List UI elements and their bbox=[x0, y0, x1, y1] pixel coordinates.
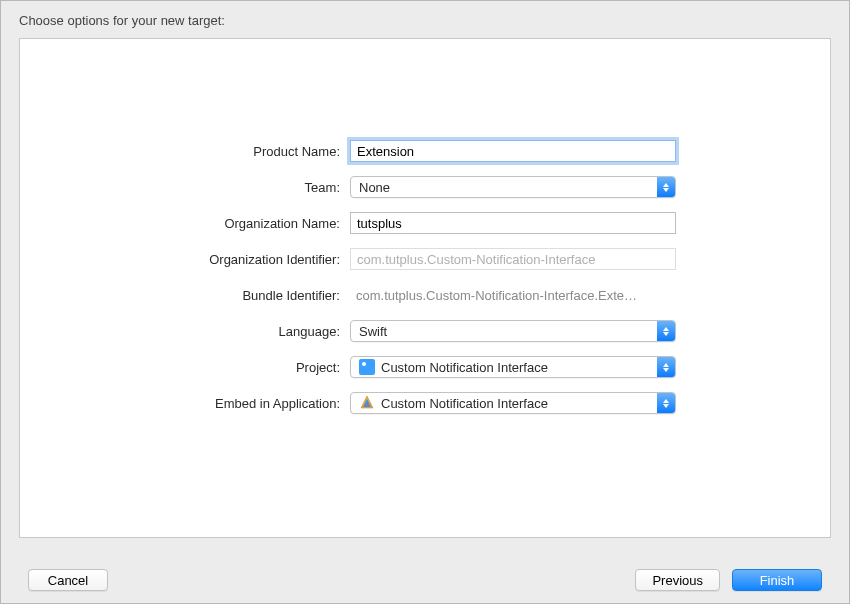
row-org-name: Organization Name: bbox=[20, 211, 830, 235]
label-team: Team: bbox=[20, 180, 350, 195]
footer: Cancel Previous Finish bbox=[0, 556, 850, 604]
label-embed-in: Embed in Application: bbox=[20, 396, 350, 411]
updown-arrows-icon bbox=[657, 321, 675, 341]
language-popup[interactable]: Swift bbox=[350, 320, 676, 342]
label-org-identifier: Organization Identifier: bbox=[20, 252, 350, 267]
updown-arrows-icon bbox=[657, 177, 675, 197]
row-bundle-identifier: Bundle Identifier: com.tutplus.Custom-No… bbox=[20, 283, 830, 307]
label-product-name: Product Name: bbox=[20, 144, 350, 159]
row-embed-in: Embed in Application: Custom Notificatio… bbox=[20, 391, 830, 415]
row-org-identifier: Organization Identifier: bbox=[20, 247, 830, 271]
label-language: Language: bbox=[20, 324, 350, 339]
label-project: Project: bbox=[20, 360, 350, 375]
org-name-input[interactable] bbox=[350, 212, 676, 234]
language-value: Swift bbox=[359, 324, 675, 339]
org-identifier-input bbox=[350, 248, 676, 270]
application-icon bbox=[359, 395, 375, 411]
bundle-identifier-value: com.tutplus.Custom-Notification-Interfac… bbox=[350, 285, 676, 306]
row-product-name: Product Name: bbox=[20, 139, 830, 163]
xcode-project-icon bbox=[359, 359, 375, 375]
row-language: Language: Swift bbox=[20, 319, 830, 343]
row-team: Team: None bbox=[20, 175, 830, 199]
sheet-header: Choose options for your new target: bbox=[1, 1, 849, 38]
embed-in-value: Custom Notification Interface bbox=[381, 396, 675, 411]
label-org-name: Organization Name: bbox=[20, 216, 350, 231]
team-value: None bbox=[359, 180, 675, 195]
product-name-input[interactable] bbox=[350, 140, 676, 162]
row-project: Project: Custom Notification Interface bbox=[20, 355, 830, 379]
project-value: Custom Notification Interface bbox=[381, 360, 675, 375]
cancel-button[interactable]: Cancel bbox=[28, 569, 108, 591]
embed-in-popup[interactable]: Custom Notification Interface bbox=[350, 392, 676, 414]
form-area: Product Name: Team: None Organization Na… bbox=[20, 139, 830, 427]
label-bundle-identifier: Bundle Identifier: bbox=[20, 288, 350, 303]
updown-arrows-icon bbox=[657, 357, 675, 377]
previous-button[interactable]: Previous bbox=[635, 569, 720, 591]
updown-arrows-icon bbox=[657, 393, 675, 413]
finish-button[interactable]: Finish bbox=[732, 569, 822, 591]
team-popup[interactable]: None bbox=[350, 176, 676, 198]
project-popup[interactable]: Custom Notification Interface bbox=[350, 356, 676, 378]
content-panel: Product Name: Team: None Organization Na… bbox=[19, 38, 831, 538]
sheet-title: Choose options for your new target: bbox=[19, 13, 225, 28]
